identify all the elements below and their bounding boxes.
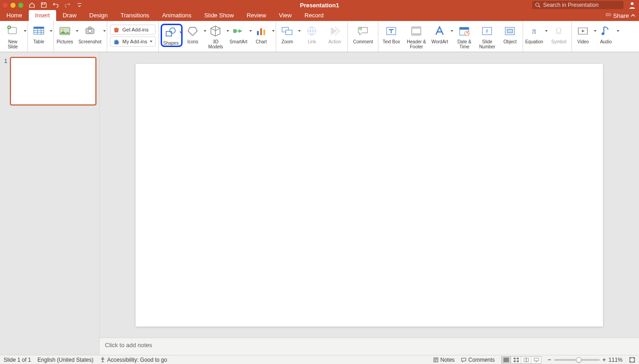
- equation-button[interactable]: π Equation: [525, 24, 547, 44]
- qat-dropdown-icon[interactable]: [76, 2, 83, 8]
- object-label: Object: [503, 39, 517, 44]
- svg-rect-32: [507, 29, 513, 33]
- get-addins-label: Get Add-ins: [122, 27, 148, 32]
- close-window-icon[interactable]: [3, 3, 8, 8]
- textbox-icon: [385, 25, 398, 37]
- comments-toggle[interactable]: Comments: [461, 357, 495, 363]
- slide-number-button[interactable]: # Slide Number: [476, 24, 498, 49]
- audio-icon: [599, 25, 612, 37]
- thumbnail-slide-1[interactable]: [10, 57, 96, 105]
- table-button[interactable]: Table: [30, 24, 52, 44]
- view-normal[interactable]: [501, 356, 511, 364]
- share-label: Share: [613, 12, 629, 19]
- tab-review[interactable]: Review: [240, 10, 272, 21]
- screenshot-button[interactable]: Screenshot: [79, 24, 105, 44]
- svg-point-0: [536, 3, 539, 7]
- screenshot-icon: [84, 25, 96, 37]
- svg-rect-40: [513, 358, 516, 359]
- notes-placeholder: Click to add notes: [105, 342, 152, 348]
- search-input[interactable]: Search in Presentation: [532, 1, 623, 9]
- canvas-viewport[interactable]: [100, 52, 639, 338]
- video-icon: [576, 25, 589, 37]
- my-addins-button[interactable]: My Add-ins: [110, 36, 156, 47]
- tab-insert[interactable]: Insert: [29, 10, 57, 21]
- window-controls: [3, 3, 23, 8]
- zoom-slider-thumb[interactable]: [576, 357, 581, 363]
- zoom-slider[interactable]: [554, 359, 600, 361]
- thumbnail-row[interactable]: 1: [3, 57, 96, 105]
- zoom-window-icon[interactable]: [18, 3, 23, 8]
- chart-label: Chart: [256, 39, 267, 44]
- view-sorter[interactable]: [511, 356, 521, 364]
- notes-pane[interactable]: Click to add notes: [100, 338, 639, 355]
- icons-icon: [186, 25, 199, 37]
- header-footer-button[interactable]: Header & Footer: [403, 24, 429, 49]
- new-slide-icon: [6, 25, 19, 37]
- 3d-models-button[interactable]: 3D Models: [206, 24, 228, 49]
- smartart-icon: [232, 25, 245, 37]
- status-language[interactable]: English (United States): [37, 357, 94, 363]
- tab-record[interactable]: Record: [298, 10, 330, 21]
- chart-button[interactable]: Chart: [252, 24, 274, 44]
- object-button[interactable]: Object: [499, 24, 521, 44]
- tab-transitions[interactable]: Transitions: [114, 10, 156, 21]
- save-icon[interactable]: [41, 2, 47, 8]
- wordart-button[interactable]: WordArt: [430, 24, 452, 44]
- pictures-button[interactable]: Pictures: [56, 24, 78, 44]
- text-box-button[interactable]: Text Box: [380, 24, 402, 44]
- tab-animations[interactable]: Animations: [156, 10, 198, 21]
- accessibility-icon: [100, 357, 105, 363]
- status-accessibility-label: Accessibility: Good to go: [107, 357, 167, 363]
- new-slide-button[interactable]: New Slide: [4, 24, 26, 49]
- share-button[interactable]: Share: [601, 10, 639, 21]
- comment-button[interactable]: Comment: [350, 24, 376, 44]
- shapes-button[interactable]: Shapes: [161, 24, 183, 47]
- zoom-percent[interactable]: 111%: [608, 357, 623, 363]
- svg-rect-11: [89, 27, 91, 29]
- redo-icon[interactable]: [64, 2, 71, 8]
- view-reading[interactable]: [521, 356, 531, 364]
- header-footer-label: Header & Footer: [403, 39, 429, 49]
- minimize-window-icon[interactable]: [10, 3, 16, 8]
- zoom-out[interactable]: −: [548, 356, 551, 363]
- icons-label: Icons: [187, 39, 198, 44]
- link-button: Link: [301, 24, 323, 44]
- zoom-button[interactable]: Zoom: [278, 24, 300, 44]
- tab-draw[interactable]: Draw: [56, 10, 83, 21]
- account-avatar-icon[interactable]: [628, 1, 636, 9]
- svg-text:Ω: Ω: [556, 26, 562, 36]
- status-slide-pos: Slide 1 of 1: [4, 357, 31, 363]
- get-addins-button[interactable]: Get Add-ins: [110, 25, 156, 35]
- undo-icon[interactable]: [52, 2, 59, 8]
- video-label: Video: [577, 39, 589, 44]
- video-button[interactable]: Video: [574, 24, 596, 44]
- view-slideshow[interactable]: [531, 356, 541, 364]
- link-icon: [305, 25, 318, 37]
- home-icon[interactable]: [29, 2, 35, 8]
- notes-toggle[interactable]: Notes: [433, 357, 455, 363]
- fit-to-window[interactable]: [629, 357, 635, 363]
- svg-rect-19: [286, 30, 292, 35]
- new-slide-label: New Slide: [4, 39, 22, 49]
- shapes-label: Shapes: [163, 41, 178, 46]
- smartart-button[interactable]: SmartArt: [229, 24, 251, 44]
- tab-design[interactable]: Design: [83, 10, 114, 21]
- table-label: Table: [33, 39, 44, 44]
- audio-button[interactable]: Audio: [597, 24, 618, 44]
- slide-canvas[interactable]: [136, 64, 603, 327]
- tab-slideshow[interactable]: Slide Show: [198, 10, 240, 21]
- chevron-up-icon[interactable]: [631, 13, 635, 18]
- zoom-controls: − + 111%: [548, 356, 623, 363]
- svg-rect-24: [412, 27, 421, 29]
- date-time-button[interactable]: Date & Time: [453, 24, 475, 49]
- tab-view[interactable]: View: [272, 10, 298, 21]
- icons-button[interactable]: Icons: [183, 24, 205, 44]
- status-accessibility[interactable]: Accessibility: Good to go: [100, 357, 167, 363]
- date-time-label: Date & Time: [453, 39, 475, 49]
- notes-toggle-label: Notes: [440, 357, 455, 363]
- svg-text:#: #: [486, 29, 489, 34]
- tab-home[interactable]: Home: [0, 10, 29, 21]
- svg-point-2: [606, 14, 608, 16]
- zoom-in[interactable]: +: [602, 356, 606, 363]
- slide-number-icon: #: [481, 25, 493, 37]
